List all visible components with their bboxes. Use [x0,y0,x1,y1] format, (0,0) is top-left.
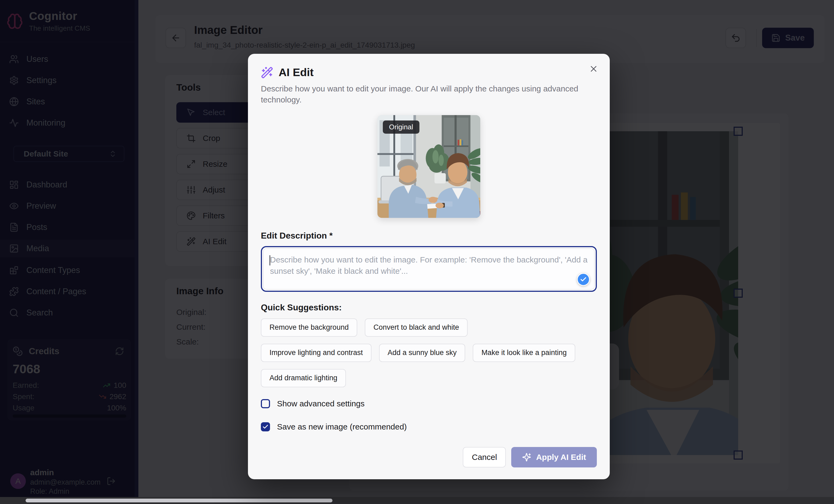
wand-sparkles-icon [261,66,273,79]
edit-description-label: Edit Description * [261,231,597,241]
edit-description-input[interactable] [270,254,588,284]
suggestion-chip[interactable]: Add a sunny blue sky [379,344,465,362]
modal-description: Describe how you want to edit your image… [261,83,585,106]
apply-button-label: Apply AI Edit [536,453,586,462]
quick-suggestions-label: Quick Suggestions: [261,302,597,313]
checkbox-unchecked[interactable] [261,399,270,408]
horizontal-scrollbar-thumb[interactable] [26,499,332,502]
quick-suggestions: Remove the background Convert to black a… [261,318,576,387]
close-icon[interactable] [589,64,598,74]
checkbox-checked[interactable] [261,422,270,431]
suggestion-chip[interactable]: Remove the background [261,318,357,337]
app-root: Cognitor The intelligent CMS Users Setti… [0,0,834,504]
suggestion-chip[interactable]: Make it look like a painting [473,344,575,362]
text-caret [269,255,270,266]
sparkles-icon [522,453,531,462]
advanced-settings-label: Show advanced settings [277,399,365,408]
suggestion-chip[interactable]: Convert to black and white [365,318,468,337]
modal-title: AI Edit [279,66,314,79]
save-as-new-checkbox-row[interactable]: Save as new image (recommended) [261,422,597,431]
suggestion-chip[interactable]: Improve lighting and contrast [261,344,372,362]
grammar-check-badge[interactable] [577,273,590,286]
suggestion-chip[interactable]: Add dramatic lighting [261,369,346,387]
save-as-new-label: Save as new image (recommended) [277,422,407,431]
ai-edit-modal: AI Edit Describe how you want to edit yo… [248,54,610,479]
original-badge: Original [383,120,419,134]
cancel-button[interactable]: Cancel [463,447,506,467]
advanced-settings-checkbox-row[interactable]: Show advanced settings [261,399,597,408]
edit-description-focus-ring [261,246,597,292]
original-image-preview: Original [377,115,480,218]
apply-ai-edit-button[interactable]: Apply AI Edit [511,447,597,467]
